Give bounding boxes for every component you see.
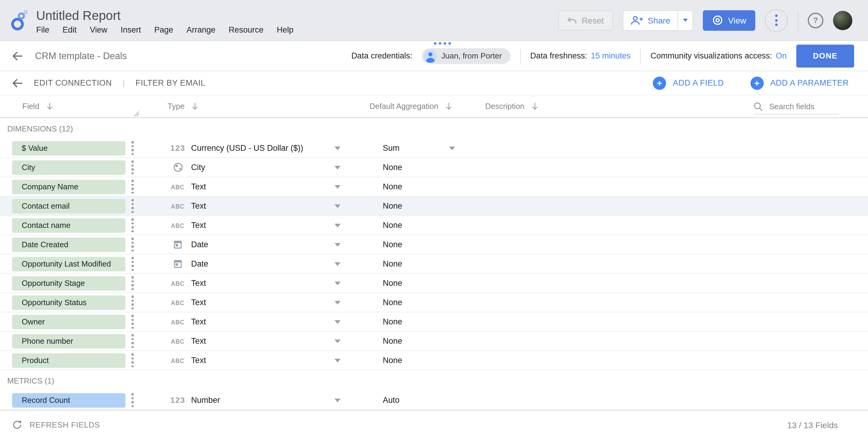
type-select[interactable]: City (191, 163, 335, 172)
freshness-value-link[interactable]: 15 minutes (591, 51, 630, 60)
field-options-icon[interactable] (130, 393, 135, 407)
type-select[interactable]: Text (191, 356, 335, 365)
type-select[interactable]: Number (191, 396, 335, 405)
reset-button[interactable]: Reset (558, 10, 613, 30)
dropdown-caret-icon[interactable] (335, 339, 341, 343)
sort-arrow-icon[interactable] (532, 102, 538, 110)
search-fields-input[interactable] (768, 101, 837, 112)
edit-connection-button[interactable]: EDIT CONNECTION (34, 78, 112, 87)
field-pill[interactable]: Owner (12, 315, 125, 329)
search-fields-box[interactable] (753, 99, 839, 115)
menu-help[interactable]: Help (277, 25, 293, 34)
credentials-chip[interactable]: Juan, from Porter (422, 48, 510, 64)
dropdown-caret-icon[interactable] (335, 146, 341, 150)
field-pill[interactable]: Date Created (12, 237, 125, 252)
menu-edit[interactable]: Edit (63, 25, 77, 34)
menu-file[interactable]: File (36, 25, 50, 34)
field-options-icon[interactable] (130, 180, 135, 194)
field-pill[interactable]: Opportunity Last Modified (12, 257, 125, 271)
field-options-icon[interactable] (130, 238, 135, 252)
dropdown-caret-icon[interactable] (335, 166, 341, 169)
column-resize-handle[interactable] (134, 108, 139, 119)
dropdown-caret-icon[interactable] (335, 358, 341, 362)
column-header-field[interactable]: Field (22, 101, 39, 111)
field-pill[interactable]: Contact email (12, 199, 125, 213)
aggregation-select[interactable]: Sum (383, 144, 449, 152)
field-options-icon[interactable] (130, 199, 135, 213)
field-options-icon[interactable] (130, 315, 135, 329)
aggregation-select[interactable]: None (383, 201, 449, 210)
type-select[interactable]: Text (191, 336, 335, 346)
sort-arrow-icon[interactable] (445, 102, 452, 110)
type-select[interactable]: Currency (USD - US Dollar ($)) (191, 144, 335, 152)
field-pill[interactable]: Contact name (12, 218, 125, 232)
field-pill[interactable]: Product (12, 353, 125, 368)
type-select[interactable]: Text (191, 317, 335, 326)
aggregation-select[interactable]: Auto (383, 396, 449, 405)
field-options-icon[interactable] (130, 276, 135, 290)
field-options-icon[interactable] (130, 295, 135, 309)
field-pill[interactable]: Record Count (12, 393, 125, 407)
aggregation-select[interactable]: None (383, 259, 449, 268)
dropdown-caret-icon[interactable] (335, 224, 341, 227)
type-select[interactable]: Date (191, 259, 335, 268)
aggregation-select[interactable]: None (383, 182, 449, 191)
field-options-icon[interactable] (130, 334, 135, 348)
share-dropdown[interactable] (678, 10, 692, 30)
aggregation-select[interactable]: None (383, 356, 449, 365)
type-select[interactable]: Text (191, 279, 335, 288)
type-select[interactable]: Text (191, 298, 335, 307)
aggregation-select[interactable]: None (383, 298, 449, 307)
more-options-button[interactable] (765, 9, 788, 32)
dropdown-caret-icon[interactable] (335, 204, 341, 208)
field-pill[interactable]: Company Name (12, 179, 125, 194)
dropdown-caret-icon[interactable] (335, 320, 341, 324)
field-pill[interactable]: Phone number (12, 334, 125, 348)
refresh-fields-button[interactable]: REFRESH FIELDS (12, 420, 100, 430)
field-options-icon[interactable] (130, 141, 135, 155)
field-options-icon[interactable] (130, 257, 135, 271)
field-options-icon[interactable] (130, 353, 135, 367)
field-options-icon[interactable] (130, 160, 135, 174)
field-pill[interactable]: $ Value (12, 141, 125, 155)
aggregation-select[interactable]: None (383, 240, 449, 249)
help-button[interactable]: ? (808, 12, 824, 28)
field-pill[interactable]: City (12, 160, 125, 175)
back-arrow-icon[interactable] (12, 51, 23, 61)
dropdown-caret-icon[interactable] (335, 301, 341, 304)
aggregation-select[interactable]: None (383, 279, 449, 288)
menu-view[interactable]: View (90, 25, 107, 34)
menu-resource[interactable]: Resource (229, 25, 264, 34)
add-parameter-button[interactable]: + ADD A PARAMETER (750, 76, 849, 90)
view-button[interactable]: View (703, 10, 755, 30)
field-options-icon[interactable] (130, 218, 135, 232)
dropdown-caret-icon[interactable] (335, 281, 341, 285)
share-main[interactable]: Share (623, 10, 678, 30)
dropdown-caret-icon[interactable] (335, 243, 341, 246)
column-header-type[interactable]: Type (167, 101, 184, 111)
dropdown-caret-icon[interactable] (335, 262, 341, 266)
type-select[interactable]: Date (191, 240, 335, 249)
sort-arrow-icon[interactable] (192, 102, 198, 110)
add-field-button[interactable]: + ADD A FIELD (653, 76, 724, 90)
type-select[interactable]: Text (191, 201, 335, 210)
report-title[interactable]: Untitled Report (36, 7, 293, 23)
aggregation-select[interactable]: None (383, 336, 449, 346)
aggregation-select[interactable]: None (383, 163, 449, 172)
dropdown-caret-icon[interactable] (335, 185, 341, 188)
done-button[interactable]: DONE (796, 44, 854, 67)
aggregation-select[interactable]: None (383, 221, 449, 230)
menu-arrange[interactable]: Arrange (187, 25, 216, 34)
menu-insert[interactable]: Insert (121, 25, 141, 34)
menu-page[interactable]: Page (154, 25, 173, 34)
column-header-aggregation[interactable]: Default Aggregation (370, 101, 438, 111)
dropdown-caret-icon[interactable] (449, 146, 455, 150)
sort-arrow-icon[interactable] (46, 102, 53, 110)
dropdown-caret-icon[interactable] (335, 398, 341, 402)
filter-by-email-button[interactable]: FILTER BY EMAIL (135, 78, 206, 87)
aggregation-select[interactable]: None (383, 317, 449, 326)
user-avatar[interactable] (833, 10, 852, 30)
type-select[interactable]: Text (191, 182, 335, 191)
field-pill[interactable]: Opportunity Stage (12, 276, 125, 290)
back-arrow-icon[interactable] (12, 78, 23, 88)
